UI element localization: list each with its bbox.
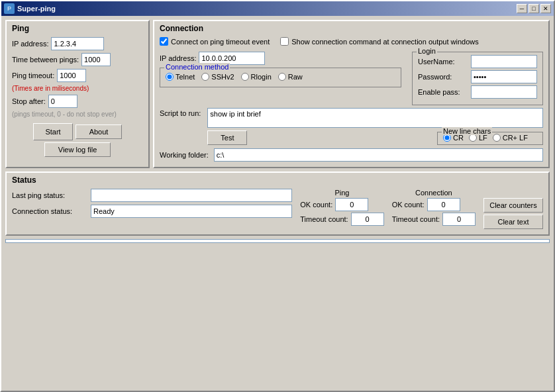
start-button[interactable]: Start	[33, 123, 73, 140]
last-ping-label: Last ping status:	[12, 191, 88, 199]
top-panels: Ping IP address: Time between pings: Pin…	[5, 20, 550, 168]
username-label: UserName:	[418, 58, 471, 66]
working-folder-input[interactable]	[214, 148, 543, 162]
times-note: (Times are in miliseconds)	[12, 85, 143, 92]
view-log-button[interactable]: View log file	[44, 142, 111, 157]
login-title: Login	[417, 47, 437, 55]
conn-timeout-count-label: Timeout count:	[392, 215, 440, 223]
status-title: Status	[12, 175, 543, 185]
radio-telnet-input[interactable]	[166, 73, 174, 81]
maximize-button[interactable]: □	[529, 4, 539, 13]
ping-timeout-checkbox-row: Connect on ping timeout event	[160, 37, 270, 46]
time-between-input[interactable]	[81, 53, 111, 66]
connection-method-box: Connection method Telnet SSHv2	[160, 68, 401, 87]
window-content: Ping IP address: Time between pings: Pin…	[1, 16, 554, 391]
ping-panel: Ping IP address: Time between pings: Pin…	[5, 20, 150, 168]
script-textarea[interactable]: show ip int brief	[207, 108, 543, 128]
newline-title: New line chars	[442, 127, 492, 135]
test-button[interactable]: Test	[207, 130, 247, 145]
login-box: Login UserName: Password: Enable pass:	[412, 52, 543, 105]
stop-after-label: Stop after:	[12, 97, 46, 105]
show-command-label: Show connection command at connection ou…	[291, 38, 479, 46]
stop-after-row: Stop after:	[12, 95, 143, 108]
conn-ip-label: IP address:	[160, 54, 196, 62]
connection-panel: Connection Connect on ping timeout event…	[153, 20, 550, 168]
conn-status-input[interactable]	[91, 205, 292, 218]
status-panel: Status Last ping status: Connection stat…	[5, 172, 550, 236]
ping-group-title: Ping	[300, 189, 383, 197]
conn-ok-label: OK count:	[392, 201, 425, 209]
radio-crlf-input[interactable]	[493, 134, 501, 142]
about-button[interactable]: About	[76, 124, 122, 139]
ip-address-input[interactable]	[51, 37, 104, 50]
timeout-row: Ping timeout:	[12, 69, 143, 82]
app-icon: P	[4, 3, 15, 14]
show-command-checkbox[interactable]	[280, 37, 289, 46]
enable-pass-label: Enable pass:	[418, 88, 471, 96]
radio-crlf-label: CR+ LF	[503, 134, 528, 142]
radio-sshv2-input[interactable]	[201, 73, 209, 81]
clear-counters-button[interactable]: Clear counters	[483, 198, 543, 213]
connection-panel-title: Connection	[160, 24, 543, 33]
output-panel[interactable]	[5, 239, 550, 243]
clear-text-button[interactable]: Clear text	[483, 215, 543, 229]
username-input[interactable]	[471, 55, 537, 68]
password-input[interactable]	[471, 70, 537, 83]
working-folder-label: Working folder:	[160, 151, 209, 159]
radio-telnet: Telnet	[166, 73, 195, 81]
radio-telnet-label: Telnet	[176, 73, 195, 81]
ping-timeout-input[interactable]	[351, 213, 384, 226]
newline-box: New line chars CR LF	[437, 132, 543, 145]
ping-ok-label: OK count:	[300, 201, 332, 209]
radio-raw-label: Raw	[288, 73, 303, 81]
ip-address-row: IP address:	[12, 37, 143, 50]
radio-sshv2-label: SSHv2	[211, 73, 234, 81]
main-window: P Super-ping ─ □ ✕ Ping IP address: Time…	[0, 0, 555, 392]
radio-raw-input[interactable]	[278, 73, 286, 81]
window-title: Super-ping	[17, 5, 56, 13]
time-between-label: Time between pings:	[12, 56, 79, 64]
timeout-label: Ping timeout:	[12, 72, 54, 79]
conn-status-label: Connection status:	[12, 207, 88, 215]
status-section: Status Last ping status: Connection stat…	[5, 172, 550, 236]
enable-pass-input[interactable]	[471, 85, 537, 99]
close-button[interactable]: ✕	[540, 4, 551, 13]
radio-rlogin-input[interactable]	[241, 73, 249, 81]
stop-after-input[interactable]	[48, 95, 77, 108]
last-ping-input[interactable]	[91, 189, 292, 202]
show-command-checkbox-row: Show connection command at connection ou…	[280, 37, 479, 46]
radio-sshv2: SSHv2	[201, 73, 234, 81]
script-label: Script to run:	[160, 109, 201, 117]
ping-timeout-count-label: Timeout count:	[300, 215, 348, 223]
ping-timeout-input[interactable]	[57, 69, 86, 82]
title-bar: P Super-ping ─ □ ✕	[1, 1, 554, 16]
ping-ok-input[interactable]	[335, 198, 368, 211]
stop-note: (pings timeout, 0 - do not stop ever)	[12, 111, 143, 118]
ip-address-label: IP address:	[12, 40, 48, 48]
password-label: Password:	[418, 73, 471, 81]
minimize-button[interactable]: ─	[517, 4, 527, 13]
radio-raw: Raw	[278, 73, 303, 81]
conn-ok-input[interactable]	[427, 198, 460, 211]
ping-timeout-checkbox[interactable]	[160, 37, 168, 46]
conn-group-title: Connection	[392, 189, 476, 197]
time-between-row: Time between pings:	[12, 53, 143, 66]
radio-rlogin-label: Rlogin	[251, 73, 272, 81]
ping-timeout-checkbox-label: Connect on ping timeout event	[171, 38, 270, 46]
radio-crlf: CR+ LF	[493, 134, 528, 142]
radio-rlogin: Rlogin	[241, 73, 272, 81]
ping-panel-title: Ping	[12, 24, 143, 33]
conn-timeout-input[interactable]	[442, 213, 476, 226]
connection-method-title: Connection method	[164, 63, 230, 71]
